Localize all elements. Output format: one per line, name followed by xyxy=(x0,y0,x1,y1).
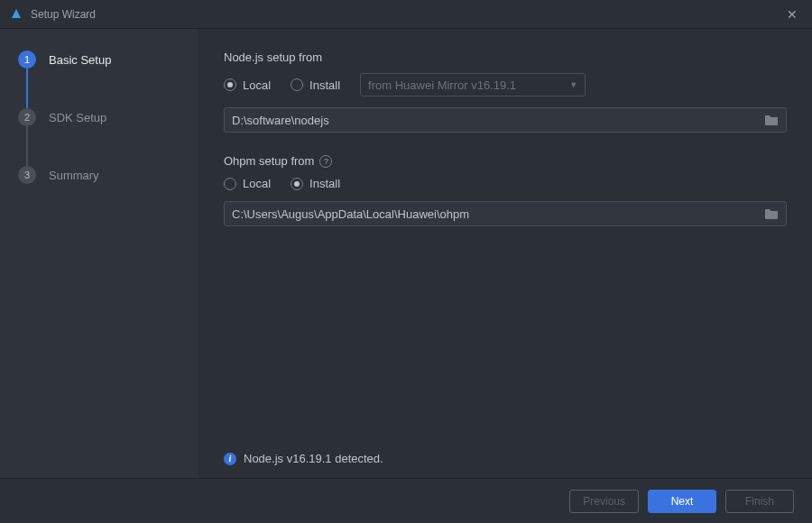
window-title: Setup Wizard xyxy=(31,8,96,21)
next-button[interactable]: Next xyxy=(648,490,716,513)
nodejs-mirror-dropdown: from Huawei Mirror v16.19.1 ▼ xyxy=(360,73,586,96)
app-logo-icon xyxy=(9,7,23,22)
folder-icon[interactable] xyxy=(764,114,779,126)
radio-label: Local xyxy=(243,78,271,92)
nodejs-path-input[interactable] xyxy=(232,114,764,127)
ohpm-radio-row: Local Install xyxy=(224,177,787,190)
help-icon[interactable]: ? xyxy=(319,155,332,168)
nodejs-path-field[interactable] xyxy=(224,107,787,133)
step-connector xyxy=(26,69,28,108)
step-label: SDK Setup xyxy=(49,111,106,124)
ohpm-radio-local[interactable]: Local xyxy=(224,177,271,190)
close-icon[interactable]: ✕ xyxy=(781,4,803,25)
step-label: Basic Setup xyxy=(49,53,111,67)
step-connector xyxy=(26,126,28,166)
dropdown-value: from Huawei Mirror v16.19.1 xyxy=(368,78,516,92)
status-message: Node.js v16.19.1 detected. xyxy=(244,452,383,465)
radio-icon xyxy=(291,78,303,91)
step-number: 2 xyxy=(18,108,36,126)
previous-button: Previous xyxy=(569,490,639,513)
step-summary[interactable]: 3 Summary xyxy=(18,166,180,184)
wizard-steps-sidebar: 1 Basic Setup 2 SDK Setup 3 Summary xyxy=(0,29,198,478)
ohpm-path-input[interactable] xyxy=(232,207,764,221)
nodejs-radio-row: Local Install from Huawei Mirror v16.19.… xyxy=(224,73,787,96)
step-label: Summary xyxy=(49,169,99,182)
radio-label: Install xyxy=(309,177,340,190)
radio-label: Install xyxy=(309,78,340,92)
radio-icon xyxy=(224,78,236,91)
titlebar: Setup Wizard ✕ xyxy=(0,0,812,29)
info-icon: i xyxy=(224,453,236,465)
wizard-content: Node.js setup from Local Install from Hu… xyxy=(198,29,812,478)
ohpm-section-text: Ohpm setup from xyxy=(224,154,314,168)
folder-icon[interactable] xyxy=(764,207,779,220)
nodejs-section-label: Node.js setup from xyxy=(224,50,787,64)
ohpm-section-label: Ohpm setup from ? xyxy=(224,154,787,168)
status-row: i Node.js v16.19.1 detected. xyxy=(224,452,787,469)
ohpm-path-field[interactable] xyxy=(224,201,787,226)
step-number: 3 xyxy=(18,166,36,184)
radio-icon xyxy=(291,178,303,190)
footer: Previous Next Finish xyxy=(0,478,812,523)
ohpm-radio-install[interactable]: Install xyxy=(291,177,340,190)
step-number: 1 xyxy=(18,50,36,69)
chevron-down-icon: ▼ xyxy=(569,80,577,89)
radio-label: Local xyxy=(243,177,271,190)
nodejs-radio-local[interactable]: Local xyxy=(224,78,271,92)
step-sdk-setup[interactable]: 2 SDK Setup xyxy=(18,108,180,126)
finish-button: Finish xyxy=(725,490,794,513)
nodejs-radio-install[interactable]: Install xyxy=(291,78,340,92)
step-basic-setup[interactable]: 1 Basic Setup xyxy=(18,50,180,69)
radio-icon xyxy=(224,178,236,190)
